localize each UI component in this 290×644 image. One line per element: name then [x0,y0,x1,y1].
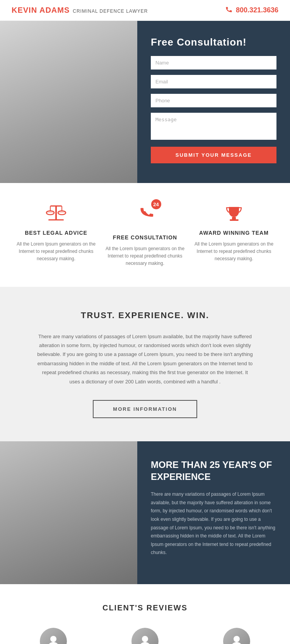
svg-rect-1 [50,205,62,207]
experience-title: MORE THAN 25 YEAR'S OF EXPERIENCE [151,459,276,483]
trophy-icon [193,202,275,224]
reviews-grid: There are many variations of pass ages o… [12,628,278,644]
feature-legal-advice: BEST LEGAL ADVICE All the Lorem Ipsum ge… [15,202,97,268]
feature-legal-advice-text: All the Lorem Ipsum generators on the In… [15,241,97,263]
lawyer-subtitle: CRIMINAL DEFENCE LAWYER [73,8,148,14]
consultation-form: Free Consultation! SUBMIT YOUR MESSAGE [137,21,290,183]
avatar-kenneth [223,628,250,644]
phone-number[interactable]: 800.321.3636 [225,5,278,15]
feature-legal-advice-title: BEST LEGAL ADVICE [15,230,97,236]
trust-text: There are many variations of passages of… [37,332,253,386]
phone24-icon: 24 [104,202,186,228]
features-section: BEST LEGAL ADVICE All the Lorem Ipsum ge… [0,183,290,287]
badge-24: 24 [151,199,161,209]
experience-text: There are many variations of passages of… [151,490,276,557]
trust-title: TRUST. EXPERIENCE. WIN. [31,310,259,320]
svg-rect-2 [48,219,64,220]
experience-section: MORE THAN 25 YEAR'S OF EXPERIENCE There … [0,441,290,584]
avatar-placeholder-jeff [40,628,67,644]
feature-consultation: 24 FREE CONSULTATION All the Lorem Ipsum… [104,202,186,268]
svg-point-10 [142,636,148,642]
avatar-placeholder-kenneth [223,628,250,644]
avatar-donald [131,628,159,644]
svg-rect-8 [230,219,239,221]
scales-icon [15,202,97,224]
svg-point-11 [234,636,240,642]
form-title: Free Consultation! [151,36,276,48]
logo: KEVIN ADAMS CRIMINAL DEFENCE LAWYER [12,6,148,15]
header: KEVIN ADAMS CRIMINAL DEFENCE LAWYER 800.… [0,0,290,21]
experience-content: MORE THAN 25 YEAR'S OF EXPERIENCE There … [137,441,290,584]
reviews-title: CLIENT'S REVIEWS [12,603,278,612]
hero-section: Free Consultation! SUBMIT YOUR MESSAGE [0,21,290,183]
avatar-placeholder-donald [131,628,159,644]
review-item-0: There are many variations of pass ages o… [13,628,94,644]
feature-award-text: All the Lorem Ipsum generators on the In… [193,241,275,263]
phone-input[interactable] [151,94,276,107]
hero-image [0,21,137,183]
phone-icon [225,5,233,15]
trust-section: TRUST. EXPERIENCE. WIN. There are many v… [0,287,290,441]
svg-point-9 [50,636,56,642]
email-input[interactable] [151,75,276,88]
lawyer-name: KEVIN ADAMS [12,6,70,15]
feature-consultation-text: All the Lorem Ipsum generators on the In… [104,245,186,268]
name-input[interactable] [151,56,276,69]
more-info-button[interactable]: MORE INFORMATION [93,400,197,418]
feature-award: AWARD WINNING TEAM All the Lorem Ipsum g… [193,202,275,268]
feature-consultation-title: FREE CONSULTATION [104,234,186,241]
svg-rect-7 [232,217,236,219]
svg-rect-0 [55,205,57,220]
avatar-jeff [40,628,67,644]
phone-text: 800.321.3636 [236,6,278,14]
feature-award-title: AWARD WINNING TEAM [193,230,275,236]
experience-image [0,441,137,584]
review-item-2: There are many variations of pass ages o… [196,628,277,644]
reviews-section: CLIENT'S REVIEWS There are many variatio… [0,584,290,644]
submit-button[interactable]: SUBMIT YOUR MESSAGE [151,147,276,163]
review-item-1: There are many variations of pass ages o… [104,628,186,644]
message-input[interactable] [151,113,276,140]
